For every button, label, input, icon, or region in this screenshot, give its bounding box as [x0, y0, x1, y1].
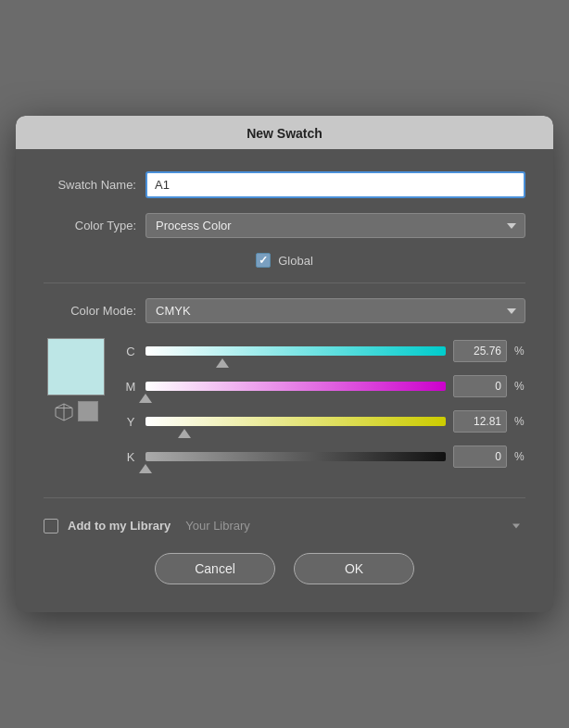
c-slider-thumb[interactable] — [216, 358, 229, 368]
library-label: Add to my Library — [68, 519, 171, 533]
global-checkbox-label[interactable]: ✓ Global — [256, 253, 313, 268]
dialog-body: Swatch Name: Color Type: Process Color S… — [16, 149, 553, 612]
c-pct: % — [514, 345, 525, 358]
y-slider-row: Y % — [123, 408, 525, 434]
k-slider-track-wrapper[interactable] — [145, 444, 446, 470]
divider-1 — [44, 282, 525, 283]
color-swatch-bottom — [54, 401, 98, 421]
global-row: ✓ Global — [44, 253, 525, 268]
m-slider-thumb[interactable] — [139, 394, 152, 403]
color-type-select[interactable]: Process Color Spot Color — [145, 213, 525, 238]
checkmark-icon: ✓ — [259, 255, 268, 266]
m-label: M — [123, 380, 138, 394]
k-label: K — [123, 450, 138, 464]
color-swatch-main — [47, 338, 105, 395]
y-label: Y — [123, 415, 138, 429]
global-checkbox[interactable]: ✓ — [256, 253, 271, 268]
color-mode-select-wrapper: CMYK RGB Lab Grayscale — [145, 298, 525, 323]
k-pct: % — [514, 450, 525, 463]
buttons-row: Cancel OK — [44, 553, 525, 594]
m-slider-track — [145, 382, 446, 391]
title-bar: New Swatch — [16, 116, 553, 149]
cancel-button[interactable]: Cancel — [155, 553, 275, 584]
c-slider-track-wrapper[interactable] — [145, 338, 446, 364]
y-slider-thumb[interactable] — [178, 429, 191, 438]
k-slider-track — [145, 452, 446, 461]
k-value-input[interactable] — [453, 446, 507, 468]
color-type-label: Color Type: — [44, 219, 136, 232]
k-slider-row: K % — [123, 444, 525, 470]
color-section: C % M % — [44, 338, 525, 479]
m-slider-row: M % — [123, 373, 525, 399]
new-swatch-dialog: New Swatch Swatch Name: Color Type: Proc… — [16, 116, 553, 612]
library-select[interactable]: Your Library — [180, 515, 525, 536]
k-slider-thumb[interactable] — [139, 464, 152, 473]
color-mode-select[interactable]: CMYK RGB Lab Grayscale — [145, 298, 525, 323]
swatch-name-row: Swatch Name: — [44, 171, 525, 198]
y-pct: % — [514, 415, 525, 428]
dialog-title: New Swatch — [247, 126, 322, 141]
m-value-input[interactable] — [453, 375, 507, 397]
y-slider-track — [145, 417, 446, 426]
ok-button[interactable]: OK — [294, 553, 414, 584]
c-label: C — [123, 345, 138, 358]
c-slider-row: C % — [123, 338, 525, 364]
color-mode-row: Color Mode: CMYK RGB Lab Grayscale — [44, 298, 525, 323]
swatch-name-input[interactable] — [145, 171, 525, 198]
swatch-name-label: Swatch Name: — [44, 178, 136, 192]
library-section: Add to my Library Your Library — [44, 497, 525, 536]
m-pct: % — [514, 380, 525, 393]
c-slider-track — [145, 346, 446, 356]
cube-icon — [54, 401, 74, 421]
y-value-input[interactable] — [453, 410, 507, 433]
color-mode-label: Color Mode: — [44, 304, 136, 318]
sliders-area: C % M % — [123, 338, 525, 479]
y-slider-track-wrapper[interactable] — [145, 408, 446, 434]
global-label: Global — [278, 254, 313, 268]
swatch-small — [78, 401, 98, 421]
color-type-select-wrapper: Process Color Spot Color — [145, 213, 525, 238]
color-type-row: Color Type: Process Color Spot Color — [44, 213, 525, 238]
c-value-input[interactable] — [453, 340, 507, 362]
library-checkbox[interactable] — [44, 519, 58, 533]
color-preview-area — [44, 338, 108, 421]
library-select-wrapper: Your Library — [180, 515, 525, 536]
m-slider-track-wrapper[interactable] — [145, 373, 446, 399]
